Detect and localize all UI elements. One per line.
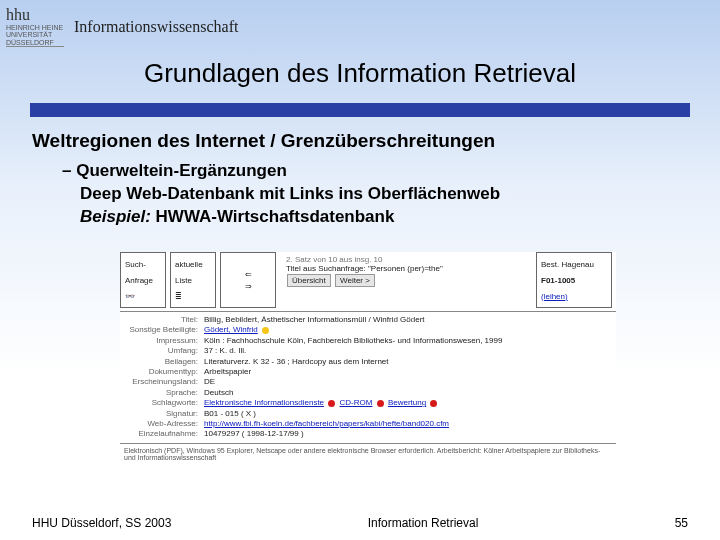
label-impressum: Impressum:: [120, 336, 204, 346]
label-titel: Titel:: [120, 315, 204, 325]
nav-box-search-l2: Anfrage: [125, 276, 161, 285]
label-web: Web-Adresse:: [120, 419, 204, 429]
label-doktyp: Dokumenttyp:: [120, 367, 204, 377]
val-sonstige: Gödert, Winfrid: [204, 325, 616, 335]
slide-subtitle: Weltregionen des Internet / Grenzübersch…: [32, 130, 495, 152]
nav-box-list[interactable]: aktuelle Liste ≣: [170, 252, 216, 308]
glasses-icon: 👓: [125, 292, 161, 301]
val-land: DE: [204, 377, 616, 387]
query-line: Titel aus Suchanfrage: "Personen (per)=t…: [286, 264, 530, 273]
dot-icon: [328, 400, 335, 407]
label-land: Erscheinungsland:: [120, 377, 204, 387]
holdings-box: Best. Hagenau F01-1005 (leihen): [536, 252, 612, 308]
val-einzel: 10479297 ( 1998-12-17/99 ): [204, 429, 616, 439]
nav-box-list-l2: Liste: [175, 276, 211, 285]
dot-icon: [262, 327, 269, 334]
arrow-right-icon[interactable]: ⇒: [245, 282, 252, 291]
author-link[interactable]: Gödert, Winfrid: [204, 325, 258, 334]
label-umfang: Umfang:: [120, 346, 204, 356]
header-logo-bar: hhu HEINRICH HEINE UNIVERSITÄT DÜSSELDOR…: [6, 6, 238, 47]
loan-link[interactable]: (leihen): [541, 292, 607, 301]
dot-icon: [377, 400, 384, 407]
footer-page: 55: [675, 516, 688, 530]
uni-line3: DÜSSELDORF: [6, 39, 54, 46]
val-sprache: Deutsch: [204, 388, 616, 398]
holdings-signature: F01-1005: [541, 276, 607, 285]
footer-left: HHU Düsseldorf, SS 2003: [32, 516, 171, 530]
val-sig: B01 - 015 ( X ): [204, 409, 616, 419]
slide-footer: HHU Düsseldorf, SS 2003 Information Retr…: [32, 516, 688, 530]
label-sig: Signatur:: [120, 409, 204, 419]
nav-arrows-box: ⇐ ⇒: [220, 252, 276, 308]
kw-link-1[interactable]: Elektronische Informationsdienste: [204, 398, 324, 407]
status-line: 2. Satz von 10 aus insg. 10: [286, 255, 530, 264]
department-label: Informationswissenschaft: [74, 18, 238, 36]
val-impressum: Köln : Fachhochschule Köln, Fachbereich …: [204, 336, 616, 346]
record-block: Titel:Billig, Bebildert, Ästhetischer In…: [120, 315, 616, 440]
label-einzel: Einzelaufnahme:: [120, 429, 204, 439]
divider: [120, 311, 616, 312]
hhu-signature: hhu: [6, 6, 64, 24]
figure-status-area: 2. Satz von 10 aus insg. 10 Titel aus Su…: [280, 252, 536, 308]
title-underline-bar: [30, 103, 690, 117]
kw-link-3[interactable]: Bewertung: [388, 398, 426, 407]
uni-line1: HEINRICH HEINE: [6, 24, 63, 31]
slide-title: Grundlagen des Information Retrieval: [0, 58, 720, 89]
hhu-logo: hhu HEINRICH HEINE UNIVERSITÄT DÜSSELDOR…: [6, 6, 64, 47]
arrow-left-icon[interactable]: ⇐: [245, 270, 252, 279]
divider: [120, 443, 616, 444]
val-schlag: Elektronische Informationsdienste CD-ROM…: [204, 398, 616, 408]
example-prefix: Beispiel:: [80, 207, 151, 226]
footer-center: Information Retrieval: [368, 516, 479, 530]
list-icon: ≣: [175, 292, 211, 301]
val-titel: Billig, Bebildert, Ästhetischer Informat…: [204, 315, 616, 325]
nav-box-search[interactable]: Such- Anfrage 👓: [120, 252, 166, 308]
bullet-line2: Deep Web-Datenbank mit Links ins Oberflä…: [80, 183, 500, 206]
nav-box-list-l1: aktuelle: [175, 260, 211, 269]
figure-toolbar: Such- Anfrage 👓 aktuelle Liste ≣ ⇐ ⇒ 2. …: [120, 252, 616, 308]
holdings-label: Best. Hagenau: [541, 260, 607, 269]
web-link[interactable]: http://www.fbi.fh-koeln.de/fachbereich/p…: [204, 419, 449, 428]
label-schlag: Schlagworte:: [120, 398, 204, 408]
figure-footnote: Elektronisch (PDF), Windows 95 Explorer,…: [120, 447, 616, 461]
bullet-line1: – Querweltein-Ergänzungen: [62, 160, 500, 183]
uni-line2: UNIVERSITÄT: [6, 31, 52, 38]
label-sprache: Sprache:: [120, 388, 204, 398]
overview-button[interactable]: Übersicht: [287, 274, 331, 287]
kw-link-2[interactable]: CD-ROM: [340, 398, 373, 407]
bullet-line3: Beispiel: HWWA-Wirtschaftsdatenbank: [80, 206, 500, 229]
val-umfang: 37 : K. d. Ill.: [204, 346, 616, 356]
nav-box-search-l1: Such-: [125, 260, 161, 269]
dot-icon: [430, 400, 437, 407]
screenshot-figure: Such- Anfrage 👓 aktuelle Liste ≣ ⇐ ⇒ 2. …: [120, 252, 616, 482]
label-beilagen: Beilagen:: [120, 357, 204, 367]
label-sonstige: Sonstige Beteiligte:: [120, 325, 204, 335]
next-button[interactable]: Weiter >: [335, 274, 375, 287]
example-value: HWWA-Wirtschaftsdatenbank: [156, 207, 395, 226]
val-doktyp: Arbeitspapier: [204, 367, 616, 377]
val-beilagen: Literaturverz. K 32 - 36 ; Hardcopy aus …: [204, 357, 616, 367]
bullet-block: – Querweltein-Ergänzungen Deep Web-Daten…: [62, 160, 500, 229]
